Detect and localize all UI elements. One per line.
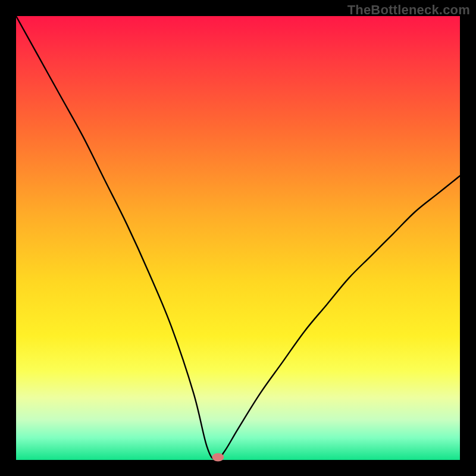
optimal-point-marker [212,453,224,462]
chart-svg [0,0,476,476]
plot-background [16,16,460,460]
watermark-text: TheBottleneck.com [347,2,470,18]
chart-frame: TheBottleneck.com [0,0,476,476]
